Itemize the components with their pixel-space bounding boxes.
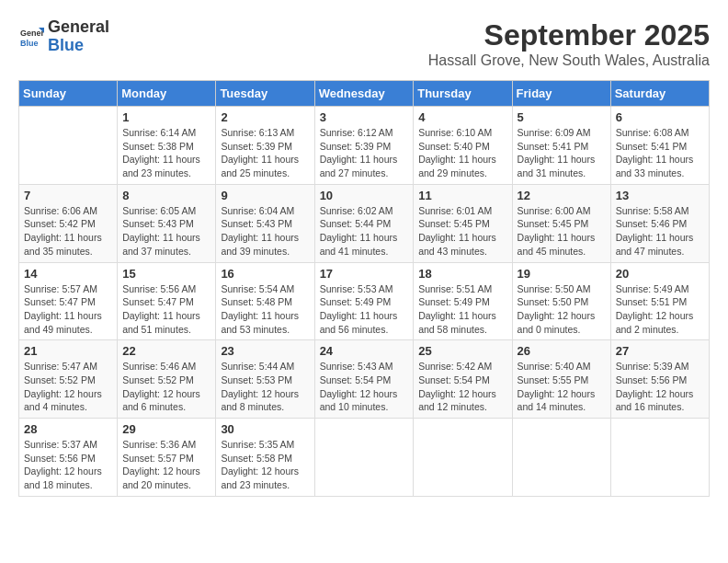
calendar-cell: 20Sunrise: 5:49 AM Sunset: 5:51 PM Dayli… [610, 262, 709, 340]
logo: General Blue General Blue [18, 18, 109, 55]
day-number: 25 [418, 344, 506, 358]
day-number: 20 [616, 267, 704, 281]
day-number: 6 [616, 110, 704, 124]
day-info: Sunrise: 5:46 AM Sunset: 5:52 PM Dayligh… [122, 360, 210, 414]
calendar-cell: 7Sunrise: 6:06 AM Sunset: 5:42 PM Daylig… [19, 184, 118, 262]
day-number: 24 [320, 344, 409, 358]
day-number: 4 [418, 110, 506, 124]
calendar: SundayMondayTuesdayWednesdayThursdayFrid… [18, 80, 710, 497]
logo-text: General Blue [48, 18, 109, 55]
calendar-cell: 21Sunrise: 5:47 AM Sunset: 5:52 PM Dayli… [19, 340, 118, 419]
calendar-cell: 30Sunrise: 5:35 AM Sunset: 5:58 PM Dayli… [216, 419, 314, 497]
calendar-cell: 2Sunrise: 6:13 AM Sunset: 5:39 PM Daylig… [216, 107, 314, 185]
calendar-cell: 17Sunrise: 5:53 AM Sunset: 5:49 PM Dayli… [314, 262, 414, 340]
day-info: Sunrise: 5:47 AM Sunset: 5:52 PM Dayligh… [24, 360, 112, 414]
calendar-cell: 5Sunrise: 6:09 AM Sunset: 5:41 PM Daylig… [512, 107, 610, 185]
calendar-cell: 12Sunrise: 6:00 AM Sunset: 5:45 PM Dayli… [512, 184, 610, 262]
day-info: Sunrise: 6:10 AM Sunset: 5:40 PM Dayligh… [418, 126, 506, 180]
calendar-cell: 3Sunrise: 6:12 AM Sunset: 5:39 PM Daylig… [314, 107, 414, 185]
day-info: Sunrise: 5:56 AM Sunset: 5:47 PM Dayligh… [122, 282, 210, 337]
calendar-cell: 18Sunrise: 5:51 AM Sunset: 5:49 PM Dayli… [414, 262, 512, 340]
calendar-cell: 14Sunrise: 5:57 AM Sunset: 5:47 PM Dayli… [19, 262, 118, 340]
week-row-1: 1Sunrise: 6:14 AM Sunset: 5:38 PM Daylig… [19, 107, 710, 185]
title-section: September 2025 Hassall Grove, New South … [428, 18, 710, 69]
day-number: 15 [122, 267, 210, 281]
day-number: 19 [518, 267, 606, 281]
day-info: Sunrise: 6:14 AM Sunset: 5:38 PM Dayligh… [122, 126, 210, 180]
day-info: Sunrise: 6:12 AM Sunset: 5:39 PM Dayligh… [320, 126, 409, 180]
calendar-cell: 22Sunrise: 5:46 AM Sunset: 5:52 PM Dayli… [118, 340, 216, 419]
calendar-cell: 24Sunrise: 5:43 AM Sunset: 5:54 PM Dayli… [314, 340, 414, 419]
day-info: Sunrise: 5:40 AM Sunset: 5:55 PM Dayligh… [518, 360, 606, 414]
calendar-cell: 9Sunrise: 6:04 AM Sunset: 5:43 PM Daylig… [216, 184, 314, 262]
calendar-cell: 8Sunrise: 6:05 AM Sunset: 5:43 PM Daylig… [118, 184, 216, 262]
weekday-header-wednesday: Wednesday [314, 81, 414, 107]
calendar-cell [610, 419, 709, 497]
day-info: Sunrise: 5:53 AM Sunset: 5:49 PM Dayligh… [320, 282, 409, 337]
weekday-header-monday: Monday [118, 81, 216, 107]
day-info: Sunrise: 6:02 AM Sunset: 5:44 PM Dayligh… [320, 204, 409, 259]
day-number: 13 [616, 189, 704, 202]
calendar-cell: 23Sunrise: 5:44 AM Sunset: 5:53 PM Dayli… [216, 340, 314, 419]
day-number: 1 [122, 110, 210, 124]
day-number: 11 [418, 189, 506, 202]
calendar-cell: 15Sunrise: 5:56 AM Sunset: 5:47 PM Dayli… [118, 262, 216, 340]
week-row-3: 14Sunrise: 5:57 AM Sunset: 5:47 PM Dayli… [19, 262, 710, 340]
day-info: Sunrise: 5:49 AM Sunset: 5:51 PM Dayligh… [616, 282, 704, 337]
day-number: 28 [24, 422, 112, 436]
day-info: Sunrise: 5:44 AM Sunset: 5:53 PM Dayligh… [221, 360, 309, 414]
calendar-cell: 1Sunrise: 6:14 AM Sunset: 5:38 PM Daylig… [118, 107, 216, 185]
day-info: Sunrise: 5:42 AM Sunset: 5:54 PM Dayligh… [418, 360, 506, 414]
day-number: 14 [24, 267, 112, 281]
svg-text:General: General [20, 29, 44, 38]
day-number: 9 [221, 189, 309, 202]
calendar-cell: 13Sunrise: 5:58 AM Sunset: 5:46 PM Dayli… [610, 184, 709, 262]
calendar-cell: 28Sunrise: 5:37 AM Sunset: 5:56 PM Dayli… [19, 419, 118, 497]
day-info: Sunrise: 6:04 AM Sunset: 5:43 PM Dayligh… [221, 204, 309, 259]
calendar-cell: 25Sunrise: 5:42 AM Sunset: 5:54 PM Dayli… [414, 340, 512, 419]
week-row-4: 21Sunrise: 5:47 AM Sunset: 5:52 PM Dayli… [19, 340, 710, 419]
calendar-cell: 16Sunrise: 5:54 AM Sunset: 5:48 PM Dayli… [216, 262, 314, 340]
calendar-cell: 29Sunrise: 5:36 AM Sunset: 5:57 PM Dayli… [118, 419, 216, 497]
weekday-header-thursday: Thursday [414, 81, 512, 107]
day-number: 18 [418, 267, 506, 281]
day-number: 22 [122, 344, 210, 358]
calendar-cell: 4Sunrise: 6:10 AM Sunset: 5:40 PM Daylig… [414, 107, 512, 185]
calendar-cell [414, 419, 512, 497]
calendar-cell [19, 107, 118, 185]
day-number: 5 [518, 110, 606, 124]
day-number: 17 [320, 267, 409, 281]
week-row-5: 28Sunrise: 5:37 AM Sunset: 5:56 PM Dayli… [19, 419, 710, 497]
day-info: Sunrise: 6:00 AM Sunset: 5:45 PM Dayligh… [518, 204, 606, 259]
weekday-header-sunday: Sunday [19, 81, 118, 107]
day-info: Sunrise: 5:51 AM Sunset: 5:49 PM Dayligh… [418, 282, 506, 337]
calendar-cell [314, 419, 414, 497]
logo-icon: General Blue [18, 24, 44, 50]
day-info: Sunrise: 5:43 AM Sunset: 5:54 PM Dayligh… [320, 360, 409, 414]
day-number: 16 [221, 267, 309, 281]
day-info: Sunrise: 5:36 AM Sunset: 5:57 PM Dayligh… [122, 438, 210, 492]
day-info: Sunrise: 6:09 AM Sunset: 5:41 PM Dayligh… [518, 126, 606, 180]
day-number: 3 [320, 110, 409, 124]
day-info: Sunrise: 5:58 AM Sunset: 5:46 PM Dayligh… [616, 204, 704, 259]
day-info: Sunrise: 5:57 AM Sunset: 5:47 PM Dayligh… [24, 282, 112, 337]
day-number: 27 [616, 344, 704, 358]
day-number: 21 [24, 344, 112, 358]
day-info: Sunrise: 5:50 AM Sunset: 5:50 PM Dayligh… [518, 282, 606, 337]
calendar-cell: 6Sunrise: 6:08 AM Sunset: 5:41 PM Daylig… [610, 107, 709, 185]
svg-text:Blue: Blue [20, 39, 39, 48]
day-info: Sunrise: 5:54 AM Sunset: 5:48 PM Dayligh… [221, 282, 309, 337]
day-info: Sunrise: 5:35 AM Sunset: 5:58 PM Dayligh… [221, 438, 309, 492]
day-info: Sunrise: 6:05 AM Sunset: 5:43 PM Dayligh… [122, 204, 210, 259]
day-number: 2 [221, 110, 309, 124]
calendar-cell [512, 419, 610, 497]
day-number: 12 [518, 189, 606, 202]
calendar-cell: 26Sunrise: 5:40 AM Sunset: 5:55 PM Dayli… [512, 340, 610, 419]
calendar-cell: 27Sunrise: 5:39 AM Sunset: 5:56 PM Dayli… [610, 340, 709, 419]
day-info: Sunrise: 6:01 AM Sunset: 5:45 PM Dayligh… [418, 204, 506, 259]
month-title: September 2025 [428, 18, 710, 52]
day-info: Sunrise: 6:06 AM Sunset: 5:42 PM Dayligh… [24, 204, 112, 259]
week-row-2: 7Sunrise: 6:06 AM Sunset: 5:42 PM Daylig… [19, 184, 710, 262]
day-number: 7 [24, 189, 112, 202]
day-info: Sunrise: 6:08 AM Sunset: 5:41 PM Dayligh… [616, 126, 704, 180]
